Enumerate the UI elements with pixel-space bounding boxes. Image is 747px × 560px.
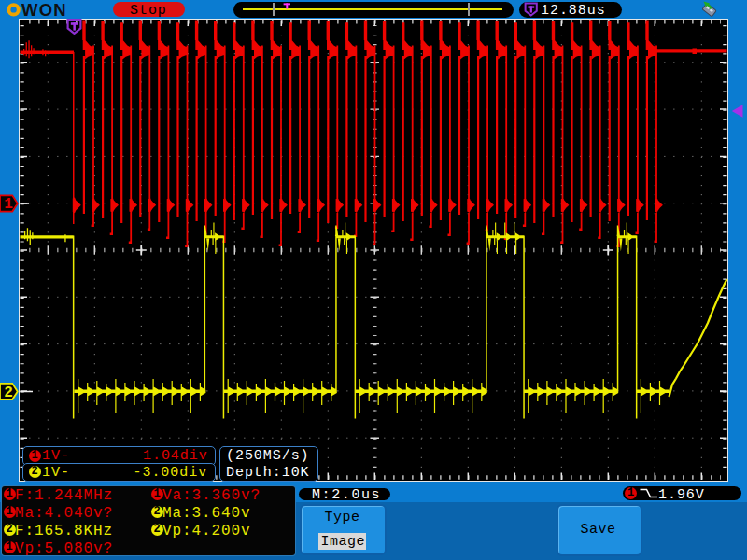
- svg-text:WON: WON: [21, 0, 67, 19]
- svg-text:2: 2: [4, 385, 13, 401]
- svg-text:1: 1: [4, 196, 13, 213]
